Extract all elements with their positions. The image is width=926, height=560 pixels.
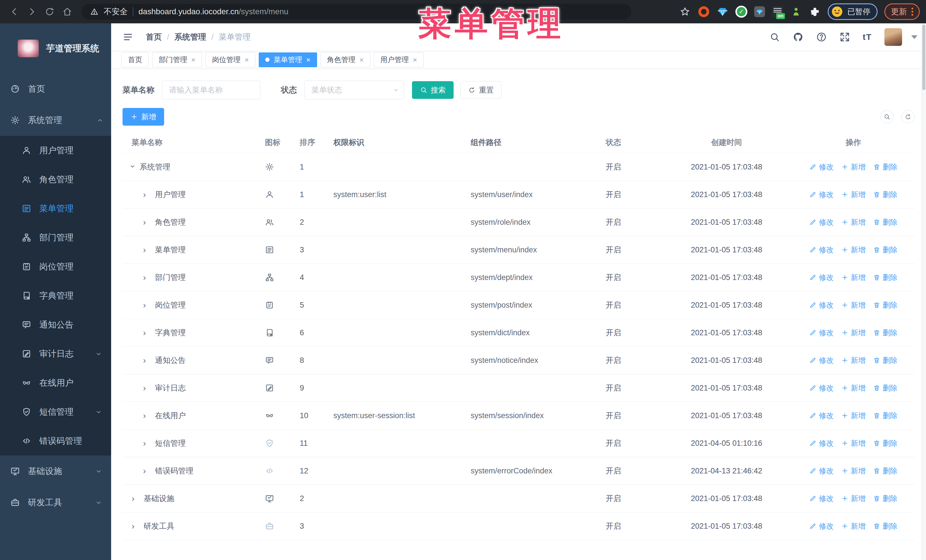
delete-action[interactable]: 删除 bbox=[873, 355, 897, 365]
tab-item[interactable]: 岗位管理× bbox=[206, 53, 255, 67]
chevron-down-icon[interactable] bbox=[911, 35, 917, 39]
menu-name-input[interactable] bbox=[162, 81, 260, 100]
edit-action[interactable]: 修改 bbox=[809, 300, 834, 310]
expand-icon[interactable]: › bbox=[128, 165, 138, 168]
tab-item[interactable]: 角色管理× bbox=[321, 53, 371, 67]
bookmark-star-icon[interactable] bbox=[679, 6, 691, 18]
sidebar-item[interactable]: 通知公告 bbox=[0, 310, 111, 339]
expand-icon[interactable]: › bbox=[132, 521, 144, 531]
add-action[interactable]: 新增 bbox=[841, 162, 865, 172]
extension-icon-check[interactable]: ✓ bbox=[735, 6, 747, 18]
expand-icon[interactable]: › bbox=[143, 217, 155, 227]
tab-item[interactable]: 菜单管理× bbox=[259, 53, 317, 67]
sidebar-item[interactable]: 岗位管理 bbox=[0, 252, 111, 281]
breadcrumb-item[interactable]: 首页 bbox=[146, 32, 162, 42]
reset-button[interactable]: 重置 bbox=[460, 81, 501, 99]
sidebar-item[interactable]: 错误码管理 bbox=[0, 426, 111, 456]
add-action[interactable]: 新增 bbox=[841, 245, 865, 255]
delete-action[interactable]: 删除 bbox=[873, 411, 897, 421]
delete-action[interactable]: 删除 bbox=[873, 190, 897, 200]
add-action[interactable]: 新增 bbox=[841, 466, 865, 476]
window-scrollbar[interactable] bbox=[921, 23, 926, 560]
extension-icon-gem[interactable] bbox=[717, 6, 729, 18]
edit-action[interactable]: 修改 bbox=[809, 162, 834, 172]
update-button[interactable]: 更新 bbox=[884, 3, 920, 20]
refresh-table-button[interactable] bbox=[902, 110, 915, 123]
expand-icon[interactable]: › bbox=[132, 494, 144, 503]
edit-action[interactable]: 修改 bbox=[809, 328, 834, 338]
close-icon[interactable]: × bbox=[360, 56, 364, 63]
github-icon[interactable] bbox=[793, 32, 803, 42]
expand-icon[interactable]: › bbox=[143, 411, 155, 420]
expand-icon[interactable]: › bbox=[143, 190, 155, 199]
add-action[interactable]: 新增 bbox=[841, 300, 865, 310]
delete-action[interactable]: 删除 bbox=[873, 521, 897, 531]
font-size-icon[interactable]: tT bbox=[863, 32, 872, 42]
expand-icon[interactable]: › bbox=[143, 466, 155, 476]
expand-icon[interactable]: › bbox=[143, 355, 155, 365]
add-action[interactable]: 新增 bbox=[841, 273, 865, 282]
tab-item[interactable]: 部门管理× bbox=[152, 53, 202, 67]
expand-icon[interactable]: › bbox=[143, 383, 155, 393]
delete-action[interactable]: 删除 bbox=[873, 300, 897, 310]
edit-action[interactable]: 修改 bbox=[809, 190, 834, 200]
add-action[interactable]: 新增 bbox=[841, 411, 865, 421]
add-action[interactable]: 新增 bbox=[841, 383, 865, 393]
sidebar-item[interactable]: 短信管理› bbox=[0, 397, 111, 426]
delete-action[interactable]: 删除 bbox=[873, 494, 897, 504]
delete-action[interactable]: 删除 bbox=[873, 245, 897, 255]
search-button[interactable]: 搜索 bbox=[412, 81, 454, 99]
add-action[interactable]: 新增 bbox=[841, 355, 865, 365]
close-icon[interactable]: × bbox=[306, 56, 310, 63]
sidebar-item[interactable]: 在线用户 bbox=[0, 368, 111, 397]
expand-icon[interactable]: › bbox=[143, 273, 155, 282]
edit-action[interactable]: 修改 bbox=[809, 383, 834, 393]
edit-action[interactable]: 修改 bbox=[809, 521, 834, 531]
sidebar-item[interactable]: 角色管理 bbox=[0, 165, 111, 194]
user-avatar[interactable] bbox=[884, 28, 902, 46]
sidebar-item[interactable]: 研发工具› bbox=[0, 487, 111, 518]
add-action[interactable]: 新增 bbox=[841, 494, 865, 504]
sidebar-item[interactable]: 用户管理 bbox=[0, 136, 111, 165]
browser-profile-chip[interactable]: 已暂停 bbox=[828, 3, 878, 20]
show-search-button[interactable] bbox=[881, 110, 894, 123]
app-logo[interactable]: 芋道管理系统 bbox=[0, 23, 111, 73]
edit-action[interactable]: 修改 bbox=[809, 494, 834, 504]
sidebar-item[interactable]: 字典管理 bbox=[0, 281, 111, 310]
add-action[interactable]: 新增 bbox=[841, 328, 865, 338]
edit-action[interactable]: 修改 bbox=[809, 273, 834, 282]
edit-action[interactable]: 修改 bbox=[809, 438, 834, 448]
browser-menu-icon[interactable] bbox=[911, 8, 913, 16]
expand-icon[interactable]: › bbox=[143, 438, 155, 448]
extensions-puzzle-icon[interactable] bbox=[809, 6, 821, 18]
tab-item[interactable]: 用户管理× bbox=[374, 53, 424, 67]
fullscreen-icon[interactable] bbox=[840, 32, 850, 42]
sidebar-toggle-icon[interactable] bbox=[123, 32, 133, 42]
sidebar-item[interactable]: 部门管理 bbox=[0, 223, 111, 252]
scrollbar-thumb[interactable] bbox=[922, 24, 925, 90]
add-action[interactable]: 新增 bbox=[841, 190, 865, 200]
delete-action[interactable]: 删除 bbox=[873, 273, 897, 282]
status-select[interactable]: 菜单状态 › bbox=[304, 81, 404, 100]
expand-icon[interactable]: › bbox=[143, 300, 155, 310]
add-action[interactable]: 新增 bbox=[841, 217, 865, 227]
tab-item[interactable]: 首页 bbox=[121, 53, 149, 67]
sidebar-item[interactable]: 基础设施› bbox=[0, 456, 111, 487]
reload-icon[interactable] bbox=[42, 4, 57, 20]
forward-icon[interactable] bbox=[24, 4, 40, 20]
close-icon[interactable]: × bbox=[191, 56, 195, 63]
delete-action[interactable]: 删除 bbox=[873, 328, 897, 338]
delete-action[interactable]: 删除 bbox=[873, 217, 897, 227]
delete-action[interactable]: 删除 bbox=[873, 162, 897, 172]
extension-icon-figure[interactable] bbox=[790, 6, 802, 18]
sidebar-item[interactable]: 菜单管理 bbox=[0, 194, 111, 223]
add-action[interactable]: 新增 bbox=[841, 438, 865, 448]
close-icon[interactable]: × bbox=[244, 56, 249, 63]
search-icon[interactable] bbox=[769, 32, 780, 42]
expand-icon[interactable]: › bbox=[143, 328, 155, 338]
sidebar-item[interactable]: 审计日志› bbox=[0, 339, 111, 368]
back-icon[interactable] bbox=[6, 4, 22, 20]
sidebar-item[interactable]: 系统管理› bbox=[0, 104, 111, 136]
delete-action[interactable]: 删除 bbox=[873, 466, 897, 476]
add-action[interactable]: 新增 bbox=[841, 521, 865, 531]
